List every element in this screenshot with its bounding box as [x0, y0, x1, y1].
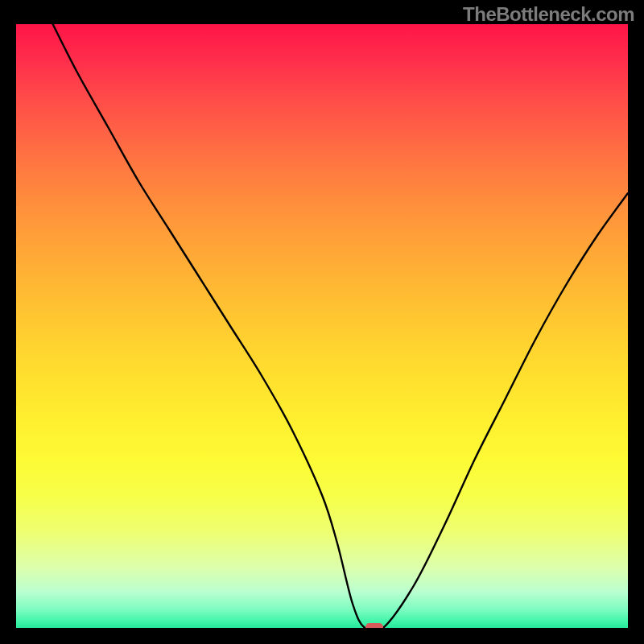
minimum-marker	[365, 623, 383, 628]
watermark-text: TheBottleneck.com	[463, 3, 634, 26]
plot-area	[16, 24, 628, 628]
chart-frame: TheBottleneck.com	[0, 0, 644, 644]
bottleneck-curve	[16, 24, 628, 628]
